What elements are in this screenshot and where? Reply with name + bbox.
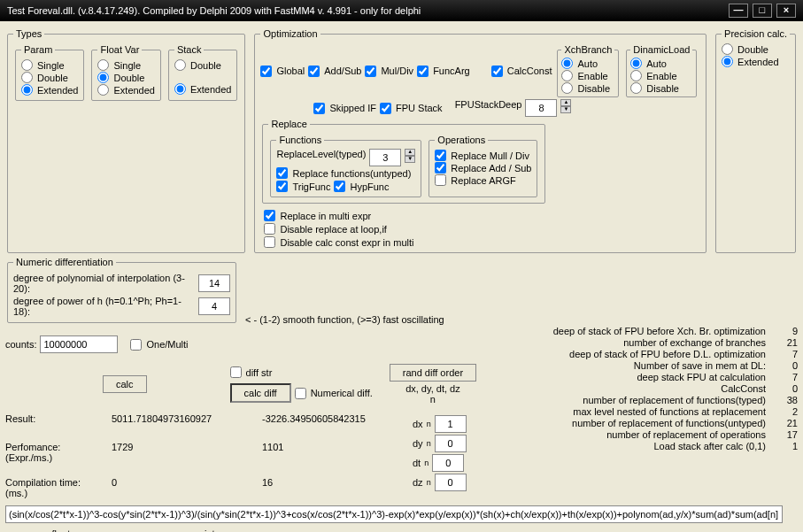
- stat-label: deep of stack of FPU before Xch. Br. opt…: [553, 326, 766, 336]
- result-label: Result:: [5, 413, 94, 424]
- comp-unit: (ms.): [5, 488, 94, 498]
- counts-input[interactable]: [40, 335, 118, 353]
- stack-extended-radio[interactable]: [174, 83, 186, 95]
- expression-input[interactable]: [5, 505, 783, 523]
- xchbranch-disable-radio[interactable]: [561, 82, 573, 94]
- precision-group: Precision calc. Double Extended: [715, 28, 796, 253]
- stat-value: 0: [776, 383, 798, 394]
- numdiff-poly-input[interactable]: [198, 274, 230, 292]
- numdiff-power-label: degree of power of h (h=0.1^Ph; Ph=1-18)…: [13, 296, 195, 317]
- result1-value: 5011.71804973160927: [112, 413, 244, 424]
- fpustackdeep-input[interactable]: [525, 99, 557, 117]
- maximize-button[interactable]: □: [753, 4, 772, 18]
- replace-argf-checkbox[interactable]: [435, 174, 446, 186]
- stack-group: Stack Double Extended: [168, 44, 237, 101]
- replace-operations-legend: Operations: [435, 135, 488, 145]
- replace-group: Replace Functions ReplaceLevel(typed) ▲▼…: [262, 119, 545, 204]
- fpustack-checkbox[interactable]: [380, 103, 391, 114]
- stat-value: 38: [776, 395, 798, 405]
- stat-label: max level nested of functions at replace…: [573, 406, 766, 417]
- replace-functions-legend: Functions: [276, 135, 324, 145]
- dyn-input[interactable]: [435, 435, 467, 452]
- xchbranch-legend: XchBranch: [561, 44, 614, 55]
- comp2-value: 16: [262, 477, 395, 488]
- minimize-button[interactable]: —: [729, 4, 748, 18]
- stat-label: number of replacement of operations: [606, 429, 766, 440]
- addsub-checkbox[interactable]: [308, 66, 320, 77]
- result2-value: -3226.34950605842315: [262, 413, 395, 424]
- param-single-radio[interactable]: [21, 59, 33, 71]
- param-group: Param Single Double Extended: [15, 44, 84, 101]
- replace-addsub-checkbox[interactable]: [435, 162, 446, 173]
- dinamicload-disable-radio[interactable]: [630, 82, 642, 94]
- dxdy-label: dx, dy, dt, dz: [390, 383, 476, 394]
- numdiff-group: Numeric differentiation degree of polyno…: [7, 257, 236, 323]
- dinamicload-enable-radio[interactable]: [630, 70, 642, 81]
- floatvar-single-radio[interactable]: [97, 59, 109, 71]
- replace-multi-checkbox[interactable]: [264, 210, 275, 221]
- stat-value: 17: [776, 429, 798, 440]
- replace-operations-group: Operations Replace Mull / Div Replace Ad…: [429, 135, 537, 197]
- fpustackdeep-up[interactable]: ▲: [560, 99, 571, 106]
- floatvar-double-radio[interactable]: [97, 72, 109, 83]
- skippedif-checkbox[interactable]: [313, 103, 325, 114]
- floatvar-extended-radio[interactable]: [97, 84, 109, 96]
- precision-extended-radio[interactable]: [722, 56, 733, 67]
- optimization-legend: Optimization: [260, 28, 320, 39]
- xchbranch-auto-radio[interactable]: [561, 58, 573, 69]
- floatvar-legend: Float Var: [97, 44, 142, 55]
- replace-level-up[interactable]: ▲: [405, 149, 415, 156]
- disable-calc-const-checkbox[interactable]: [264, 236, 275, 248]
- one-multi-checkbox[interactable]: [130, 339, 142, 351]
- calc-button[interactable]: calc: [103, 375, 147, 393]
- dxn-input[interactable]: [435, 415, 467, 433]
- param-double-radio[interactable]: [21, 72, 33, 83]
- rand-diff-button[interactable]: rand diff order: [390, 364, 476, 382]
- close-button[interactable]: ×: [776, 4, 796, 18]
- dzn-input[interactable]: [435, 474, 467, 491]
- dinamicload-auto-radio[interactable]: [630, 58, 642, 69]
- stat-value: 7: [776, 349, 798, 359]
- calcconst-checkbox[interactable]: [491, 66, 503, 77]
- types-legend: Types: [13, 28, 44, 39]
- stack-double-radio[interactable]: [174, 59, 186, 71]
- array-legend: array: [313, 528, 432, 532]
- perf1-value: 1729: [112, 442, 244, 452]
- calcdiff-button[interactable]: calc diff: [230, 383, 291, 403]
- stat-value: 1: [776, 441, 798, 451]
- stat-label: Load stack after calc (0,1): [653, 441, 766, 451]
- window-title: Test Foreval.dll. (v.8.4.17.249). Compil…: [7, 5, 421, 16]
- stat-value: 0: [776, 360, 798, 371]
- stat-value: 2: [776, 406, 798, 417]
- perf2-value: 1101: [262, 442, 395, 452]
- floatvar-group: Float Var Single Double Extended: [91, 44, 160, 101]
- hypfunc-checkbox[interactable]: [334, 181, 345, 192]
- trigfunc-checkbox[interactable]: [276, 181, 288, 192]
- integ-var-legend: integ var: [168, 528, 278, 532]
- optimization-group: Optimization Global Add/Sub Mul/Div Func…: [254, 28, 706, 253]
- stat-value: 7: [776, 372, 798, 382]
- replace-level-down[interactable]: ▼: [405, 156, 415, 163]
- smooth-hint: < - (1-2) smooth function, (>=3) fast os…: [245, 314, 444, 325]
- global-checkbox[interactable]: [260, 66, 272, 77]
- numerical-diff-checkbox[interactable]: [295, 388, 306, 399]
- replace-level-input[interactable]: [369, 149, 401, 166]
- dtn-input[interactable]: [432, 454, 464, 472]
- replace-mulldiv-checkbox[interactable]: [435, 150, 446, 161]
- replace-funcs-checkbox[interactable]: [276, 167, 288, 179]
- fpustackdeep-label: FPUStackDeep: [455, 99, 522, 117]
- replace-functions-group: Functions ReplaceLevel(typed) ▲▼ Replace…: [270, 135, 421, 197]
- fpustackdeep-down[interactable]: ▼: [560, 106, 571, 113]
- xchbranch-enable-radio[interactable]: [561, 70, 573, 81]
- precision-double-radio[interactable]: [722, 43, 733, 55]
- funcarg-checkbox[interactable]: [417, 66, 429, 77]
- disable-replace-loop-checkbox[interactable]: [264, 223, 275, 235]
- stat-value: 21: [776, 337, 798, 348]
- numdiff-poly-label: degree of polynomial of interpolation (3…: [13, 273, 195, 294]
- dinamicload-legend: DinamicLoad: [630, 44, 692, 55]
- param-extended-radio[interactable]: [21, 84, 33, 96]
- muldiv-checkbox[interactable]: [365, 66, 376, 77]
- comp1-value: 0: [112, 477, 244, 488]
- diffstr-checkbox[interactable]: [230, 366, 242, 378]
- numdiff-power-input[interactable]: [198, 297, 230, 315]
